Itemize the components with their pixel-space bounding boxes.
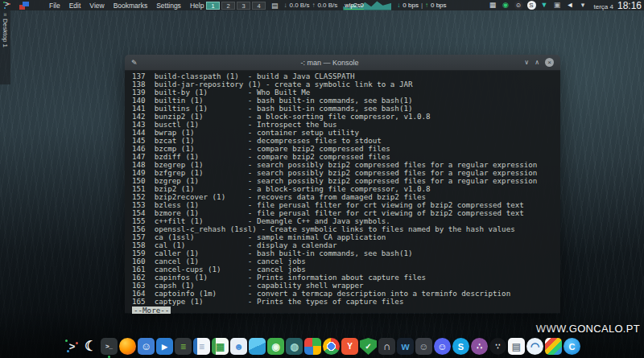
- status-green-tray-icon[interactable]: ◉: [502, 1, 510, 10]
- firefox-icon[interactable]: [119, 338, 136, 355]
- obs-icon: ∵: [489, 338, 506, 355]
- terminal-icon[interactable]: >_: [101, 338, 118, 355]
- stamp-icon: ☻: [230, 338, 247, 355]
- wave-icon: w: [397, 338, 414, 355]
- paw-icon[interactable]: ∴: [471, 338, 488, 355]
- contacts-icon[interactable]: ▤: [508, 338, 525, 355]
- messenger-icon[interactable]: ☺: [138, 338, 155, 355]
- headphones-icon: ∩: [378, 338, 395, 355]
- wave-icon[interactable]: w: [397, 338, 414, 355]
- keepass-icon[interactable]: ✓: [360, 338, 377, 355]
- window-tray-icon[interactable]: ▣: [553, 1, 562, 10]
- stamp-icon[interactable]: ☻: [230, 338, 247, 355]
- up-arrow-icon: ↑: [312, 2, 315, 9]
- distro-logo-icon[interactable]: >: [2, 1, 11, 10]
- down-arrow-icon: ↓: [397, 2, 400, 9]
- skype-icon[interactable]: S: [452, 338, 469, 355]
- caret-down-icon[interactable]: ▾: [579, 1, 588, 10]
- bittorrent-icon[interactable]: C: [564, 338, 580, 355]
- top-panel-right: ▦◉☺S▼▣◄▾ terça 4 18:16: [489, 0, 642, 10]
- chart-icon[interactable]: [545, 338, 562, 355]
- workspace-3[interactable]: 3: [237, 2, 250, 10]
- window-title: -: man — Konsole: [144, 59, 515, 67]
- skype-tray-icon[interactable]: S: [527, 1, 536, 10]
- menu-bar: FileEditViewBookmarksSettingsHelp: [49, 2, 204, 10]
- close-button[interactable]: ×: [545, 58, 554, 67]
- terminal-output[interactable]: 137 build-classpath (1) - build a Java C…: [125, 71, 560, 313]
- desktop: > FileEditViewBookmarksSettingsHelp 1234…: [0, 0, 644, 358]
- git-icon: Y: [341, 338, 358, 355]
- writer-doc-icon[interactable]: ≡: [193, 338, 210, 355]
- messenger-icon: ☺: [138, 338, 155, 355]
- camera-icon[interactable]: ◉: [267, 338, 284, 355]
- bittorrent-icon: C: [564, 338, 580, 355]
- pin-icon[interactable]: ✎: [131, 59, 144, 67]
- spreadsheet-icon[interactable]: ▦: [212, 338, 229, 355]
- firefox-icon: [119, 338, 136, 355]
- menu-bookmarks[interactable]: Bookmarks: [114, 2, 148, 10]
- night-mode-icon[interactable]: ☾: [82, 338, 99, 355]
- wireshark-icon[interactable]: ◠: [526, 338, 543, 355]
- down-arrow-icon: ↓: [284, 2, 287, 9]
- writer-doc-icon: ≡: [193, 338, 210, 355]
- panel-tray-icon[interactable]: ▦: [489, 1, 497, 10]
- watermark: WWW.GONCALO.PT: [536, 323, 640, 335]
- skype-icon: S: [452, 338, 469, 355]
- paw-icon: ∴: [471, 338, 488, 355]
- clock[interactable]: terça 4 18:16: [594, 0, 642, 11]
- discord-alt-icon: ☺: [415, 338, 432, 355]
- discord-alt-icon[interactable]: ☺: [415, 338, 432, 355]
- menu-settings[interactable]: Settings: [156, 2, 181, 10]
- headphones-icon[interactable]: ∩: [378, 338, 395, 355]
- keepass-icon: ✓: [360, 338, 377, 355]
- discord-tray-icon[interactable]: ☺: [514, 1, 523, 10]
- workspace-2[interactable]: 2: [221, 2, 235, 10]
- separator: |: [421, 2, 423, 9]
- recorder-icon[interactable]: ≡: [175, 338, 192, 355]
- more-prompt: --More--: [132, 307, 171, 314]
- top-panel: > FileEditViewBookmarksSettingsHelp 1234…: [0, 0, 644, 10]
- bps-up-value: 0 bps: [431, 2, 447, 9]
- volume-tray-icon[interactable]: ◄: [566, 1, 575, 10]
- workspace-1[interactable]: 1: [206, 2, 220, 10]
- notes-icon[interactable]: ▤: [271, 2, 279, 10]
- camera-icon: ◉: [267, 338, 284, 355]
- top-panel-middle: 1234 ▤ ↓ 0.0 B/s ↑ 0.0 B/s wlp2s0 ↓ 0 bp…: [206, 0, 447, 10]
- obs-icon[interactable]: ∵: [489, 338, 506, 355]
- office-grid-icon: [304, 338, 321, 355]
- desktop-pager[interactable]: ≡ Desktop 1: [0, 10, 10, 84]
- network-graph[interactable]: wlp2s0: [343, 1, 391, 10]
- interface-name: wlp2s0: [345, 2, 363, 10]
- menu-edit[interactable]: Edit: [69, 2, 81, 10]
- octopus-icon: ◍: [286, 338, 303, 355]
- maximize-button[interactable]: ∧: [535, 58, 539, 67]
- net-speed-monitor: ↓ 0.0 B/s ↑ 0.0 B/s: [284, 2, 338, 9]
- workspace-4[interactable]: 4: [252, 2, 266, 10]
- menu-file[interactable]: File: [49, 2, 60, 10]
- minimize-button[interactable]: ∨: [524, 58, 529, 67]
- terminal-line: 165 captype (1) - Prints the types of ca…: [132, 298, 560, 306]
- bps-monitor: ↓ 0 bps | ↑ 0 bps: [397, 2, 446, 9]
- discord-icon[interactable]: ☺: [434, 338, 451, 355]
- menu-help[interactable]: Help: [190, 2, 204, 10]
- distro-logo-icon[interactable]: >: [64, 338, 80, 355]
- desktop-pager-label: Desktop 1: [2, 19, 9, 47]
- window-titlebar[interactable]: ✎ -: man — Konsole ∨ ∧ ×: [125, 55, 560, 71]
- office-grid-icon[interactable]: [304, 338, 321, 355]
- vpn-tray-icon[interactable]: ▼: [540, 1, 549, 10]
- git-icon[interactable]: Y: [341, 338, 358, 355]
- grip-icon: ≡: [2, 13, 8, 16]
- menu-view[interactable]: View: [89, 2, 104, 10]
- bps-down-value: 0 bps: [402, 2, 419, 9]
- media-player-icon[interactable]: ▶: [156, 338, 173, 355]
- clock-date: terça 4: [594, 3, 613, 10]
- system-tray: ▦◉☺S▼▣◄▾: [489, 1, 588, 10]
- package-cube-icon[interactable]: [249, 338, 266, 355]
- window-buttons: ∨ ∧ ×: [515, 58, 554, 67]
- chrome-icon[interactable]: [323, 338, 340, 355]
- octopus-icon[interactable]: ◍: [286, 338, 303, 355]
- konsole-window: ✎ -: man — Konsole ∨ ∧ × 137 build-class…: [125, 55, 560, 314]
- window-pager-icon[interactable]: [19, 2, 30, 10]
- media-player-icon: ▶: [156, 338, 173, 355]
- night-mode-icon: ☾: [82, 338, 99, 355]
